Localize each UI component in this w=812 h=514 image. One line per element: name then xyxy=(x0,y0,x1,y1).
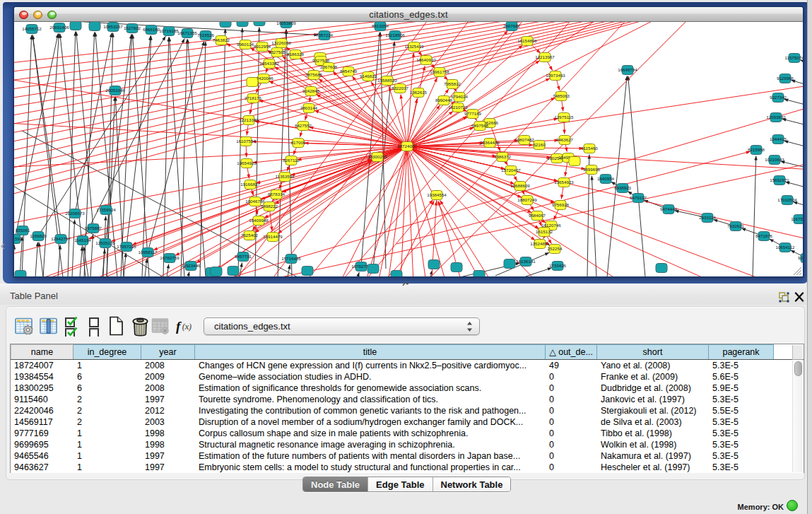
cell-name[interactable]: 9777169 xyxy=(11,428,73,439)
cell-year[interactable]: 2009 xyxy=(141,371,195,382)
cell-year[interactable]: 2003 xyxy=(141,416,195,428)
memory-status-indicator[interactable] xyxy=(787,500,798,511)
table-row[interactable]: 1456911722003Disruption of a novel membe… xyxy=(11,416,804,428)
graph-node[interactable]: 20691406 xyxy=(49,23,69,33)
column-header-pagerank[interactable]: pagerank xyxy=(709,344,774,359)
cell-out-de-[interactable]: 0 xyxy=(546,450,597,462)
cell-year[interactable]: 1998 xyxy=(141,439,195,450)
tab-network-table[interactable]: Network Table xyxy=(433,477,511,491)
table-row[interactable]: 1938455462009Genome–wide association stu… xyxy=(11,371,804,382)
graph-node[interactable]: 16543382 xyxy=(259,59,279,69)
graph-node[interactable]: 6794024 xyxy=(451,93,469,102)
graph-node[interactable]: 835061 xyxy=(16,226,30,235)
graph-node[interactable]: 11575074 xyxy=(784,54,803,63)
cell-out-de-[interactable]: 0 xyxy=(546,462,597,473)
unselect-all-button[interactable] xyxy=(88,315,100,337)
cell-title[interactable]: Estimation of the future numbers of pati… xyxy=(195,450,546,462)
graph-node[interactable] xyxy=(504,259,515,269)
graph-node[interactable] xyxy=(656,264,667,273)
graph-node[interactable]: 20206573 xyxy=(65,209,85,218)
network-window-titlebar[interactable]: citations_edges.txt xyxy=(14,7,803,22)
cell-year[interactable]: 1997 xyxy=(141,394,195,405)
cell-in-degree[interactable]: 1 xyxy=(73,462,141,473)
cell-out-de-[interactable]: 0 xyxy=(546,371,597,382)
graph-node[interactable]: 11325419 xyxy=(404,42,424,52)
graph-node[interactable]: 9960124 xyxy=(237,40,254,49)
graph-node[interactable] xyxy=(391,271,402,277)
graph-node[interactable]: 1167535 xyxy=(791,215,803,224)
graph-node[interactable] xyxy=(451,263,462,272)
graph-node[interactable]: 13226058 xyxy=(271,39,291,48)
cell-out-de-[interactable]: 0 xyxy=(546,428,597,439)
cell-pagerank[interactable]: 5.6E-5 xyxy=(709,371,774,382)
graph-node[interactable]: 12213967 xyxy=(535,53,555,62)
graph-node[interactable]: 9227342 xyxy=(770,93,787,103)
graph-node[interactable] xyxy=(211,267,222,276)
graph-node[interactable]: 8427552 xyxy=(295,122,312,131)
cell-out-de-[interactable]: 0 xyxy=(546,416,597,428)
cell-year[interactable]: 2008 xyxy=(141,360,195,371)
cell-name[interactable]: 9699695 xyxy=(11,439,73,450)
column-header-in-degree[interactable]: in_degree xyxy=(73,344,141,359)
table-row[interactable]: 977716911998Corpus callosum shape and si… xyxy=(11,428,804,439)
graph-node[interactable]: 7357224 xyxy=(316,31,334,40)
cell-pagerank[interactable]: 5.3E-5 xyxy=(709,462,774,473)
cell-in-degree[interactable]: 1 xyxy=(73,428,141,439)
cell-in-degree[interactable]: 2 xyxy=(73,416,141,428)
graph-node[interactable] xyxy=(247,78,258,87)
graph-node[interactable]: 10719185 xyxy=(159,27,179,36)
cell-name[interactable]: 19384554 xyxy=(11,371,73,382)
column-header-short[interactable]: short xyxy=(597,344,709,359)
delete-table-button[interactable] xyxy=(151,317,169,334)
column-header-title[interactable]: title xyxy=(195,344,546,359)
graph-node[interactable]: 252254 xyxy=(548,245,563,254)
show-columns-button[interactable] xyxy=(39,316,58,336)
graph-node[interactable]: 1156829 xyxy=(30,232,47,241)
cell-short[interactable]: Nakamura et al. (1997) xyxy=(597,450,709,462)
table-row[interactable]: 969969511998Structural magnetic resonanc… xyxy=(11,439,804,450)
graph-node[interactable]: 19384554 xyxy=(427,191,447,200)
graph-node[interactable]: 1733426 xyxy=(549,262,567,271)
graph-node[interactable]: 16053809 xyxy=(276,22,296,28)
cell-in-degree[interactable]: 6 xyxy=(73,371,141,382)
column-header-out-de-[interactable]: △ out_de... xyxy=(546,344,597,359)
cell-pagerank[interactable]: 5.9E-5 xyxy=(709,382,774,394)
graph-node[interactable]: 18640910 xyxy=(416,56,436,65)
cell-short[interactable]: Hescheler et al. (1997) xyxy=(597,462,709,473)
cell-title[interactable]: Changes of HCN gene expression and I(f) … xyxy=(195,360,546,371)
graph-node[interactable] xyxy=(569,157,580,166)
window-zoom-button[interactable] xyxy=(47,11,57,20)
graph-node[interactable]: 2367608 xyxy=(320,63,338,72)
function-builder-button[interactable]: f(x) xyxy=(176,318,194,334)
table-row[interactable]: 1872400712008Changes of HCN gene express… xyxy=(11,360,804,371)
graph-node[interactable]: 7485063 xyxy=(553,92,570,101)
graph-node[interactable]: 2933114 xyxy=(699,214,716,223)
delete-columns-button[interactable] xyxy=(131,315,150,337)
graph-node[interactable]: 5498222 xyxy=(261,202,278,211)
window-resize-grip[interactable] xyxy=(792,265,802,276)
graph-node[interactable]: 14055712 xyxy=(22,25,42,34)
column-header-name[interactable]: name xyxy=(11,344,73,359)
graph-node[interactable]: 9756928 xyxy=(552,201,570,210)
cell-title[interactable]: Embryonic stem cells: a model to study s… xyxy=(195,462,546,473)
graph-node[interactable]: 62160 xyxy=(533,141,546,150)
cell-year[interactable]: 1997 xyxy=(141,450,195,462)
table-vertical-scrollbar[interactable] xyxy=(792,361,803,472)
graph-node[interactable]: 2687682 xyxy=(503,22,521,31)
cell-short[interactable]: Wolkin et al. (1998) xyxy=(597,439,709,450)
graph-node[interactable]: 12213389 xyxy=(239,116,259,125)
network-graph-canvas[interactable]: 1405571220691406108532671527602646616010… xyxy=(14,22,803,276)
close-panel-icon[interactable] xyxy=(794,292,804,302)
graph-node[interactable]: 10807487 xyxy=(514,136,534,145)
cell-title[interactable]: Tourette syndrome. Phenomenology and cla… xyxy=(195,394,546,405)
cell-title[interactable]: Estimation of significance thresholds fo… xyxy=(195,382,546,394)
graph-node[interactable]: 817006 xyxy=(291,139,306,148)
cell-short[interactable]: Yano et al. (2008) xyxy=(597,360,709,371)
cell-title[interactable]: Genome–wide association studies in ADHD. xyxy=(195,371,546,382)
cell-short[interactable]: Dudbridge et al. (2008) xyxy=(597,382,709,394)
tab-edge-table[interactable]: Edge Table xyxy=(368,477,433,491)
graph-node[interactable]: 391591 xyxy=(14,235,23,244)
graph-node[interactable]: 16671355 xyxy=(177,29,197,38)
cell-out-de-[interactable]: 0 xyxy=(546,439,597,450)
graph-node[interactable]: 6497568 xyxy=(471,122,489,131)
